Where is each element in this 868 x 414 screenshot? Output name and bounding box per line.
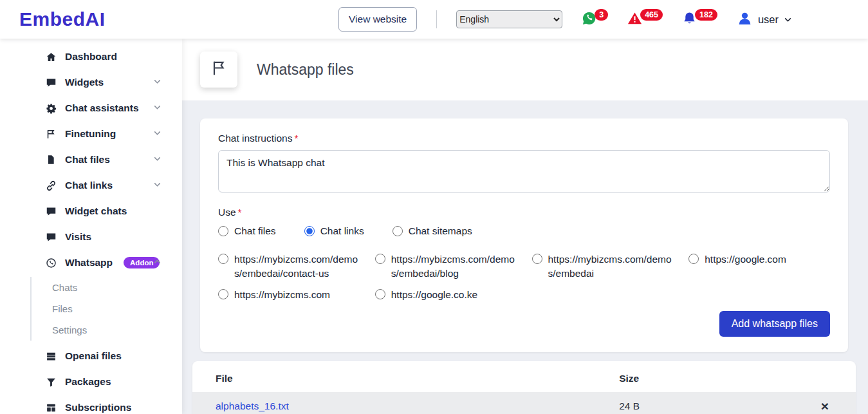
sidebar-item-whatsapp[interactable]: Whatsapp Addon bbox=[0, 250, 182, 276]
url-radio[interactable] bbox=[688, 254, 699, 264]
page-title: Whatsapp files bbox=[257, 61, 354, 79]
chat-instructions-label-text: Chat instructions bbox=[218, 133, 292, 144]
chat-sitemaps-radio[interactable] bbox=[392, 226, 403, 236]
sidebar-item-widgets[interactable]: Widgets bbox=[0, 70, 182, 95]
use-options-group: Chat files Chat links Chat sitemaps bbox=[218, 225, 830, 237]
url-label: https://mybizcms.com/demos/embedai bbox=[548, 252, 674, 280]
whatsapp-notifications[interactable]: 3 bbox=[582, 11, 608, 28]
sidebar-item-packages[interactable]: Packages bbox=[0, 369, 182, 395]
url-label: https://mybizcms.com/demos/embedai/conta… bbox=[234, 252, 360, 280]
whatsapp-icon bbox=[45, 257, 57, 268]
sidebar-item-finetuning[interactable]: Finetuning bbox=[0, 121, 182, 147]
url-label: https://mybizcms.com/demos/embedai/blog bbox=[391, 252, 517, 280]
flag-icon bbox=[45, 128, 57, 140]
chat-square-icon bbox=[45, 231, 57, 243]
top-header: EmbedAI View website English 3 465 bbox=[0, 0, 868, 39]
sidebar: Dashboard Widgets Chat assistants Finetu… bbox=[0, 39, 182, 414]
user-name-label: user bbox=[758, 14, 779, 26]
sidebar-item-chat-assistants[interactable]: Chat assistants bbox=[0, 95, 182, 121]
user-avatar-icon bbox=[737, 10, 753, 29]
sidebar-item-openai-files[interactable]: Openai files bbox=[0, 343, 182, 369]
size-column-header: Size bbox=[619, 364, 798, 392]
chat-square-icon bbox=[45, 77, 57, 88]
required-asterisk: * bbox=[294, 133, 298, 144]
chat-instructions-label: Chat instructions* bbox=[218, 133, 830, 144]
sidebar-subitem-files[interactable]: Files bbox=[32, 298, 182, 319]
file-link[interactable]: alphabets_16.txt bbox=[216, 400, 289, 411]
use-option-chat-links[interactable]: Chat links bbox=[304, 225, 364, 237]
chat-files-radio[interactable] bbox=[218, 226, 228, 236]
sidebar-item-widget-chats[interactable]: Widget chats bbox=[0, 198, 182, 224]
sidebar-item-label: Openai files bbox=[65, 350, 122, 362]
whatsapp-count-badge: 3 bbox=[595, 9, 608, 21]
bell-notifications[interactable]: 182 bbox=[682, 11, 717, 28]
sidebar-item-label: Subscriptions bbox=[65, 402, 131, 413]
sidebar-item-visits[interactable]: Visits bbox=[0, 224, 182, 250]
user-menu[interactable]: user bbox=[737, 10, 792, 29]
funnel-icon bbox=[45, 376, 57, 388]
url-option[interactable]: https://mybizcms.com/demos/embedai/blog bbox=[375, 252, 517, 280]
radio-label: Chat sitemaps bbox=[409, 225, 472, 237]
chat-link-options: https://mybizcms.com/demos/embedai/conta… bbox=[218, 252, 830, 302]
table-row: alphabets_16.txt 24 B × bbox=[192, 392, 856, 414]
chevron-down-icon bbox=[153, 180, 162, 191]
header-actions: View website English 3 465 bbox=[338, 7, 792, 32]
sidebar-item-dashboard[interactable]: Dashboard bbox=[0, 44, 182, 70]
alert-notifications[interactable]: 465 bbox=[627, 11, 663, 28]
required-asterisk: * bbox=[238, 207, 242, 218]
sidebar-item-label: Packages bbox=[65, 376, 111, 388]
sidebar-item-label: Chat assistants bbox=[65, 102, 139, 114]
sidebar-item-label: Widgets bbox=[65, 77, 104, 88]
sidebar-item-label: Chat files bbox=[65, 154, 110, 165]
sidebar-item-label: Whatsapp bbox=[65, 257, 113, 268]
sidebar-item-label: Finetuning bbox=[65, 128, 116, 140]
sidebar-item-chat-files[interactable]: Chat files bbox=[0, 147, 182, 173]
notification-count-badge: 182 bbox=[695, 9, 717, 21]
url-option[interactable]: https://mybizcms.com bbox=[218, 288, 360, 302]
page-header: Whatsapp files bbox=[182, 39, 868, 100]
url-radio[interactable] bbox=[532, 254, 542, 264]
file-size: 24 B bbox=[619, 400, 640, 411]
remove-file-icon[interactable]: × bbox=[821, 399, 829, 413]
use-label-text: Use bbox=[218, 207, 236, 218]
radio-label: Chat files bbox=[234, 225, 276, 237]
url-label: https://google.com bbox=[705, 252, 786, 267]
use-option-chat-files[interactable]: Chat files bbox=[218, 225, 276, 237]
url-label: https://mybizcms.com bbox=[234, 288, 330, 302]
link-icon bbox=[45, 180, 57, 191]
chat-square-icon bbox=[45, 205, 57, 217]
radio-label: Chat links bbox=[320, 225, 364, 237]
chevron-down-icon bbox=[153, 77, 162, 88]
sidebar-subitem-settings[interactable]: Settings bbox=[32, 319, 182, 341]
url-option[interactable]: https://mybizcms.com/demos/embedai bbox=[532, 252, 674, 280]
chevron-down-icon bbox=[153, 154, 162, 165]
chat-instructions-input[interactable]: This is Whatsapp chat bbox=[218, 150, 830, 193]
url-radio[interactable] bbox=[375, 289, 385, 299]
url-option[interactable]: https://google.co.ke bbox=[375, 288, 517, 302]
sidebar-item-label: Widget chats bbox=[65, 205, 127, 217]
app-window: EmbedAI View website English 3 465 bbox=[0, 0, 868, 414]
rows-icon bbox=[45, 350, 57, 362]
whatsapp-files-form: Chat instructions* This is Whatsapp chat… bbox=[200, 118, 848, 352]
url-option[interactable]: https://google.com bbox=[688, 252, 830, 280]
view-website-button[interactable]: View website bbox=[338, 7, 417, 32]
file-icon bbox=[45, 154, 57, 165]
embedai-logo[interactable]: EmbedAI bbox=[19, 8, 106, 30]
main-area: Whatsapp files Chat instructions* This i… bbox=[182, 39, 868, 414]
chat-links-radio[interactable] bbox=[304, 226, 315, 236]
url-label: https://google.co.ke bbox=[391, 288, 477, 302]
sidebar-item-subscriptions[interactable]: Subscriptions bbox=[0, 395, 182, 414]
gear-icon bbox=[45, 102, 57, 114]
url-radio[interactable] bbox=[375, 254, 385, 264]
url-radio[interactable] bbox=[218, 254, 228, 264]
content-area: Chat instructions* This is Whatsapp chat… bbox=[182, 100, 868, 414]
url-radio[interactable] bbox=[218, 289, 228, 299]
add-whatsapp-files-button[interactable]: Add whatsapp files bbox=[719, 311, 830, 337]
sidebar-item-chat-links[interactable]: Chat links bbox=[0, 173, 182, 198]
url-option[interactable]: https://mybizcms.com/demos/embedai/conta… bbox=[218, 252, 360, 280]
sidebar-subitem-chats[interactable]: Chats bbox=[32, 277, 182, 298]
use-option-chat-sitemaps[interactable]: Chat sitemaps bbox=[392, 225, 472, 237]
use-label: Use* bbox=[218, 207, 830, 218]
file-column-header: File bbox=[192, 364, 619, 392]
language-select[interactable]: English bbox=[456, 10, 562, 28]
